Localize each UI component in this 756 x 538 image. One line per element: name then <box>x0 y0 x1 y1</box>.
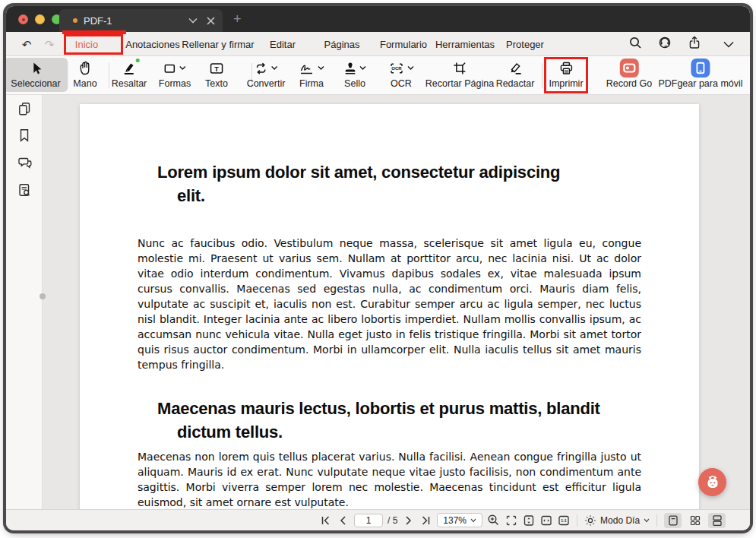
single-page-view-button[interactable] <box>664 513 682 528</box>
page-total-label: / 5 <box>387 515 397 526</box>
document-search-icon[interactable] <box>17 182 32 201</box>
shapes-icon <box>163 62 177 75</box>
tool-imprimir[interactable]: Imprimir <box>549 60 583 89</box>
bookmarks-icon[interactable] <box>17 128 32 146</box>
mobile-phone-icon <box>691 60 710 76</box>
menu-tab-rellenar-y-firmar[interactable]: Rellenar y firmar <box>182 38 254 49</box>
document-tab[interactable]: PDF-1 <box>59 9 223 32</box>
tool-convertir[interactable]: Convertir <box>247 60 286 89</box>
tab-chevron-down-icon[interactable] <box>188 17 198 24</box>
minimize-window-button[interactable] <box>35 14 45 24</box>
new-tab-button[interactable]: + <box>233 12 242 26</box>
zoom-level-select[interactable]: 137% <box>437 513 482 527</box>
menu-tab-paginas[interactable]: Páginas <box>324 38 360 49</box>
chevron-down-icon <box>359 65 366 71</box>
tool-sello[interactable]: Sello <box>343 60 366 89</box>
last-page-button[interactable] <box>419 514 432 527</box>
document-paragraph-1: Nunc ac faucibus odio. Vestibulum neque … <box>138 236 641 372</box>
panel-resize-handle[interactable] <box>40 293 46 299</box>
view-mode-label: Modo Día <box>600 515 640 526</box>
menu-tab-herramientas[interactable]: Herramientas <box>435 38 495 49</box>
titlebar: PDF-1 + <box>6 6 750 32</box>
left-panel-sidebar <box>6 95 43 509</box>
previous-page-button[interactable] <box>337 514 350 527</box>
redact-marker-icon <box>507 60 523 76</box>
document-paragraph-2: Maecenas non lorem quis tellus placerat … <box>138 449 641 509</box>
record-go-icon <box>619 60 638 76</box>
document-heading-1: Lorem ipsum dolor sit amet, consectetur … <box>157 160 641 207</box>
chevron-down-icon <box>470 518 476 523</box>
search-icon[interactable] <box>628 36 642 52</box>
sun-icon <box>584 514 596 527</box>
convert-icon <box>254 61 269 76</box>
document-heading-2: Maecenas mauris lectus, lobortis et puru… <box>157 397 641 444</box>
undo-icon[interactable]: ↶ <box>22 38 32 49</box>
tab-title: PDF-1 <box>84 15 112 27</box>
highlighter-icon <box>122 60 137 76</box>
cursor-select-icon <box>28 60 43 76</box>
menu-tab-inicio[interactable]: Inicio <box>75 38 98 49</box>
ai-assistant-robot-button[interactable] <box>698 468 726 496</box>
svg-text:OCR: OCR <box>391 66 402 71</box>
menu-tab-anotaciones[interactable]: Anotaciones <box>125 38 180 49</box>
hand-icon <box>78 60 93 76</box>
document-area: Lorem ipsum dolor sit amet, consectetur … <box>6 95 750 509</box>
tool-ocr[interactable]: OCR OCR <box>388 60 414 89</box>
tool-texto[interactable]: T Texto <box>205 60 228 89</box>
tool-mano[interactable]: Mano <box>73 60 96 89</box>
ribbon-menubar: ↶ ↷ Inicio Anotaciones Rellenar y firmar… <box>6 32 750 56</box>
statusbar-separator <box>577 514 577 527</box>
fit-height-icon[interactable] <box>522 514 535 527</box>
fit-page-icon[interactable] <box>505 514 517 527</box>
tool-redactar[interactable]: Redactar <box>496 60 535 89</box>
two-page-view-button[interactable] <box>686 513 704 528</box>
unsaved-dot <box>22 18 25 21</box>
zoom-in-magnifier-icon[interactable] <box>487 514 500 527</box>
actual-size-icon[interactable]: 1:1 <box>557 514 570 527</box>
toolbar: Seleccionar Mano Resaltar Formas <box>6 56 750 95</box>
chevron-down-icon <box>644 518 650 523</box>
toolbar-separator <box>109 63 109 88</box>
redo-icon[interactable]: ↷ <box>45 38 55 49</box>
view-mode-select[interactable]: Modo Día <box>584 514 650 527</box>
page-number-input[interactable] <box>354 514 383 527</box>
tool-firma[interactable]: Firma <box>299 60 324 89</box>
svg-text:T: T <box>214 65 219 72</box>
support-headset-icon[interactable] <box>658 35 672 52</box>
toolbar-separator <box>542 63 542 88</box>
chevron-down-icon <box>318 65 324 71</box>
tool-recortar-pagina[interactable]: Recortar Página <box>425 60 494 89</box>
menu-tab-formulario[interactable]: Formulario <box>380 38 427 49</box>
chevron-down-icon <box>179 65 186 71</box>
next-page-button[interactable] <box>402 514 415 527</box>
app-window: PDF-1 + ↶ ↷ Inicio Anotaciones Rellenar … <box>6 6 750 530</box>
highlighter-active-dot <box>136 59 140 62</box>
first-page-button[interactable] <box>319 514 332 527</box>
printer-icon <box>558 60 574 76</box>
share-icon[interactable] <box>688 35 702 52</box>
page-thumbnails-icon[interactable] <box>17 101 32 119</box>
tool-resaltar[interactable]: Resaltar <box>112 60 147 89</box>
comments-icon[interactable] <box>17 155 33 173</box>
tool-formas[interactable]: Formas <box>159 60 191 89</box>
ocr-icon: OCR <box>388 61 405 76</box>
tool-record-go[interactable]: Record Go <box>606 60 652 89</box>
statusbar: / 5 137% 1:1 <box>6 509 750 530</box>
stamp-icon <box>343 61 357 76</box>
crop-icon <box>452 60 467 76</box>
svg-text:1:1: 1:1 <box>561 518 567 523</box>
chevron-down-icon <box>407 65 414 71</box>
text-box-icon: T <box>209 60 224 76</box>
chevron-down-icon <box>271 65 278 71</box>
continuous-scroll-view-button[interactable] <box>708 513 726 528</box>
robot-icon <box>704 474 721 491</box>
tool-pdfgear-movil[interactable]: PDFgear para móvil <box>658 60 742 89</box>
tool-seleccionar[interactable]: Seleccionar <box>6 58 68 92</box>
menu-tab-proteger[interactable]: Proteger <box>506 38 544 49</box>
close-window-button[interactable] <box>18 14 28 24</box>
pdf-page: Lorem ipsum dolor sit amet, consectetur … <box>80 104 699 509</box>
collapse-ribbon-chevron-icon[interactable] <box>723 37 734 51</box>
fit-width-icon[interactable] <box>539 514 552 527</box>
menu-tab-editar[interactable]: Editar <box>270 38 296 49</box>
tab-close-icon[interactable] <box>207 17 215 25</box>
